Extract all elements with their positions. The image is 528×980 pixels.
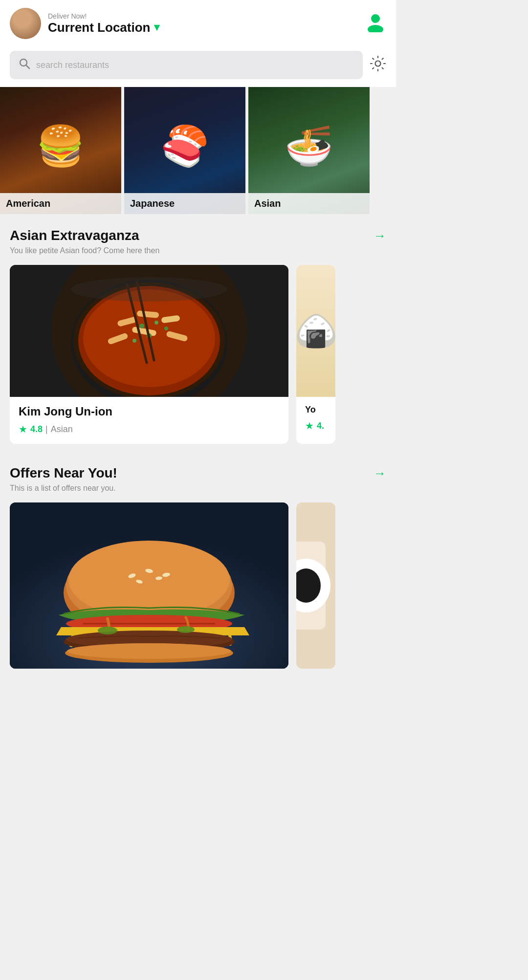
location-row[interactable]: Current Location ▾ xyxy=(48,20,159,35)
svg-point-46 xyxy=(177,626,195,633)
category-label-american: American xyxy=(0,193,121,214)
rating-cuisine: Asian xyxy=(51,424,73,435)
card-info-kimjong: Kim Jong Un-ion ★ 4.8 | Asian xyxy=(10,397,288,444)
svg-point-4 xyxy=(375,61,381,66)
rating-number: 4.8 xyxy=(30,424,43,435)
svg-point-17 xyxy=(139,324,144,328)
header-left: Deliver Now! Current Location ▾ xyxy=(10,8,159,39)
asian-cards-scroll: Kim Jong Un-ion ★ 4.8 | Asian xyxy=(10,265,386,444)
card-image-kimjong xyxy=(10,265,288,397)
rating-separator: | xyxy=(45,424,48,435)
section-header-asian: Asian Extravaganza → xyxy=(10,228,386,243)
section-header-offers: Offers Near You! → xyxy=(10,465,386,481)
svg-point-44 xyxy=(67,643,231,659)
settings-gear-icon[interactable] xyxy=(370,55,386,75)
offer-image-partial xyxy=(296,502,335,669)
category-scroll: American Japanese Asian xyxy=(0,87,396,214)
restaurant-card-kimjong[interactable]: Kim Jong Un-ion ★ 4.8 | Asian xyxy=(10,265,288,444)
svg-point-24 xyxy=(71,277,227,302)
section-title-offers: Offers Near You! xyxy=(10,465,117,481)
deliver-now-label: Deliver Now! xyxy=(48,12,159,20)
search-bar-container: search restaurants xyxy=(0,46,396,87)
section-offers-near-you: Offers Near You! → This is a list of off… xyxy=(0,452,396,676)
svg-point-1 xyxy=(368,25,383,32)
offers-cards-scroll xyxy=(10,502,386,669)
card-image-partial xyxy=(296,265,335,397)
svg-point-21 xyxy=(164,327,168,330)
category-item-asian[interactable]: Asian xyxy=(248,87,370,214)
section-subtitle-offers: This is a list of offers near you. xyxy=(10,484,386,493)
search-icon xyxy=(19,58,30,72)
offer-card-burger[interactable] xyxy=(10,502,288,669)
offer-image-burger xyxy=(10,502,288,669)
chevron-down-icon: ▾ xyxy=(154,21,159,34)
rating-num-partial: 4. xyxy=(317,421,324,431)
section-arrow-offers[interactable]: → xyxy=(374,466,386,481)
avatar[interactable] xyxy=(10,8,41,39)
current-location-text: Current Location xyxy=(48,20,150,35)
restaurant-name-partial: Yo xyxy=(305,405,327,415)
user-profile-icon[interactable] xyxy=(365,11,386,37)
category-label-asian: Asian xyxy=(248,193,370,214)
card-rating-kimjong: ★ 4.8 | Asian xyxy=(19,423,280,435)
location-info: Deliver Now! Current Location ▾ xyxy=(48,12,159,35)
svg-point-45 xyxy=(98,627,117,634)
card-info-partial: Yo ★ 4. xyxy=(296,397,335,440)
search-placeholder-text: search restaurants xyxy=(36,60,109,70)
star-icon: ★ xyxy=(19,423,27,435)
category-label-japanese: Japanese xyxy=(124,193,245,214)
card-rating-partial: ★ 4. xyxy=(305,420,327,432)
svg-point-33 xyxy=(68,541,230,619)
section-subtitle-asian: You like petite Asian food? Come here th… xyxy=(10,246,386,255)
category-item-japanese[interactable]: Japanese xyxy=(124,87,245,214)
category-item-american[interactable]: American xyxy=(0,87,121,214)
svg-line-3 xyxy=(26,65,30,69)
search-bar[interactable]: search restaurants xyxy=(10,51,363,79)
svg-point-18 xyxy=(154,321,158,325)
svg-point-20 xyxy=(132,339,136,343)
star-icon-partial: ★ xyxy=(305,420,314,432)
header: Deliver Now! Current Location ▾ xyxy=(0,0,396,46)
svg-point-0 xyxy=(371,14,380,23)
section-title-asian: Asian Extravaganza xyxy=(10,228,139,243)
section-arrow-asian[interactable]: → xyxy=(374,228,386,243)
offer-card-partial[interactable] xyxy=(296,502,335,669)
restaurant-card-partial[interactable]: Yo ★ 4. xyxy=(296,265,335,444)
restaurant-name-kimjong: Kim Jong Un-ion xyxy=(19,405,280,418)
section-asian-extravaganza: Asian Extravaganza → You like petite Asi… xyxy=(0,214,396,452)
